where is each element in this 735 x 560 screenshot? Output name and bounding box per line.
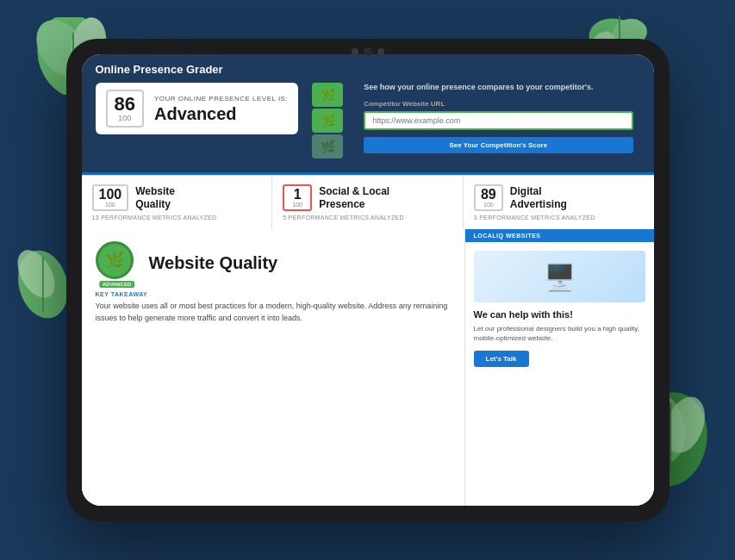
metric-wq-total: 100 (99, 202, 122, 208)
metric-wq-score: 100 (99, 188, 122, 202)
lets-talk-button[interactable]: Let's Talk (474, 351, 529, 367)
badge-icon: 🌿 ADVANCED (96, 241, 139, 284)
app-content: Online Presence Grader 86 100 YOUR ONLIN… (82, 54, 654, 506)
score-level: Advanced (154, 104, 288, 123)
metric-social-local: 1 100 Social & LocalPresence 5 PERFORMAN… (272, 176, 464, 229)
leaf-icon-3: 🌿 (321, 140, 335, 153)
metric-da-total: 100 (481, 202, 496, 208)
metric-wq-score-box: 100 100 (92, 184, 129, 211)
hero-section: 86 100 YOUR ONLINE PRESENCE LEVEL IS: Ad… (96, 83, 640, 172)
metric-sl-score-box: 1 100 (283, 184, 312, 211)
help-desc: Let our professional designers build you… (474, 324, 645, 343)
dot-1 (352, 48, 358, 55)
monitor-icon: 🖥️ (544, 262, 576, 292)
meter-bottom: 🌿 (312, 134, 343, 159)
competitor-score-button[interactable]: See Your Competition's Score (364, 137, 632, 153)
metric-wq-name: WebsiteQuality (135, 185, 175, 210)
wq-title: Website Quality (149, 253, 278, 273)
score-number: 86 (115, 95, 135, 114)
badge-leaf-icon: 🌿 (105, 251, 124, 270)
score-label: YOUR ONLINE PRESENCE LEVEL IS: Advanced (154, 95, 288, 123)
meter-mid: 🌿 (312, 109, 343, 133)
competitor-title: See how your online presence compares to… (364, 83, 632, 93)
metric-sl-name: Social & LocalPresence (319, 185, 389, 210)
leaf-icon-1: 🌿 (321, 88, 335, 102)
metrics-bar: 100 100 WebsiteQuality 13 PERFORMANCE ME… (82, 175, 654, 229)
help-title: We can help with this! (474, 309, 645, 320)
metric-da-score: 89 (481, 188, 496, 202)
competitor-url-label: Competitor Website URL (364, 100, 632, 108)
competitor-panel: See how your online presence compares to… (357, 83, 639, 153)
app-title: Online Presence Grader (96, 63, 640, 76)
wq-header: 🌿 ADVANCED Website Quality (96, 241, 451, 284)
camera-bar (352, 47, 384, 56)
score-label-sub: YOUR ONLINE PRESENCE LEVEL IS: (154, 95, 288, 103)
tablet-frame: Online Presence Grader 86 100 YOUR ONLIN… (66, 39, 670, 521)
bottom-section: 🌿 ADVANCED Website Quality KEY TAKEAWAY … (82, 229, 654, 506)
metric-da-row: 89 100 DigitalAdvertising (474, 184, 644, 211)
badge-circle: 🌿 (96, 241, 134, 279)
metric-da-score-box: 89 100 (474, 184, 503, 211)
camera-dot (364, 47, 372, 56)
metric-da-sub: 3 PERFORMANCE METRICS ANALYZED (474, 215, 644, 221)
key-takeaway-label: KEY TAKEAWAY (96, 291, 451, 297)
competitor-url-input[interactable] (364, 111, 632, 130)
metric-sl-sub: 5 PERFORMANCE METRICS ANALYZED (283, 215, 452, 221)
metric-sl-row: 1 100 Social & LocalPresence (283, 184, 452, 211)
metric-wq-sub: 13 PERFORMANCE METRICS ANALYZED (92, 215, 262, 221)
metric-da-name: DigitalAdvertising (510, 185, 567, 210)
right-panel: LOCALIQ WEBSITES 🖥️ We can help with thi… (464, 229, 654, 506)
score-total: 100 (115, 114, 135, 122)
badge-label: ADVANCED (99, 281, 135, 288)
help-visual: 🖥️ (474, 251, 645, 302)
metric-sl-total: 100 (290, 202, 305, 208)
metric-digital-ads: 89 100 DigitalAdvertising 3 PERFORMANCE … (464, 176, 654, 229)
right-panel-body: 🖥️ We can help with this! Let our profes… (465, 242, 654, 506)
score-card: 86 100 YOUR ONLINE PRESENCE LEVEL IS: Ad… (96, 83, 299, 134)
metric-website-quality: 100 100 WebsiteQuality 13 PERFORMANCE ME… (82, 176, 273, 229)
right-panel-brand: LOCALIQ WEBSITES (465, 229, 654, 242)
metric-wq-row: 100 100 WebsiteQuality (92, 184, 262, 211)
tablet-screen: Online Presence Grader 86 100 YOUR ONLIN… (82, 54, 654, 506)
leaf-icon-2: 🌿 (321, 114, 335, 128)
score-box: 86 100 (106, 90, 144, 128)
svg-point-9 (10, 244, 63, 304)
app-header: Online Presence Grader 86 100 YOUR ONLIN… (82, 54, 654, 172)
left-panel: 🌿 ADVANCED Website Quality KEY TAKEAWAY … (82, 229, 464, 506)
meter-top: 🌿 (312, 83, 343, 107)
meter-visual: 🌿 🌿 🌿 (312, 83, 343, 159)
metric-sl-score: 1 (290, 188, 305, 202)
key-takeaway-text: Your website uses all or most best pract… (96, 301, 451, 324)
dot-2 (377, 48, 384, 55)
